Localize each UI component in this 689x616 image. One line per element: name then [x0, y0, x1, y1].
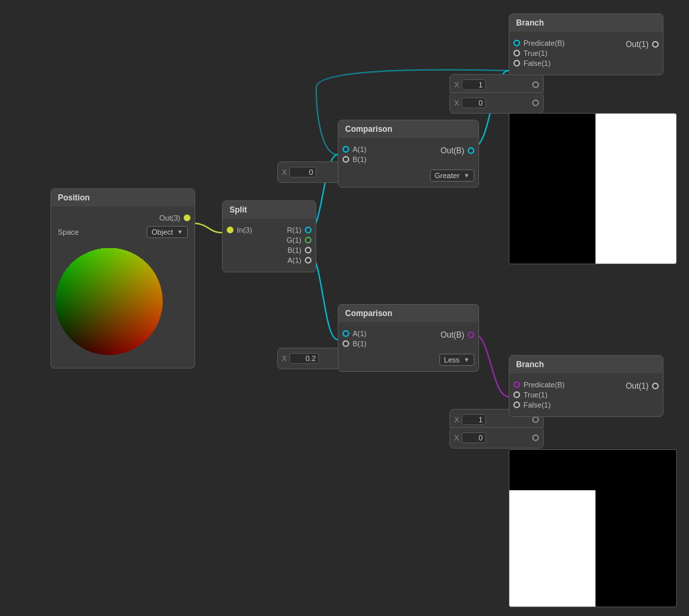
dropdown-arrow-icon: ▼ [177, 229, 183, 235]
comp-top-b-label: B(1) [353, 155, 367, 163]
comparison-bottom-mode-dropdown[interactable]: Less ▼ [439, 354, 474, 366]
comparison-bottom-title: Comparison [338, 305, 478, 322]
comparison-top-node: Comparison A(1) B(1) Out(B) Greater [338, 120, 479, 188]
branch-top-node: Branch Predicate(B) True(1) False(1) Out… [509, 13, 663, 75]
comp-bot-b-label: B(1) [353, 340, 367, 348]
comp-top-a-label: A(1) [353, 145, 367, 153]
comp-top-out-label: Out(B) [441, 146, 464, 155]
dropdown-arrow-icon: ▼ [464, 356, 470, 363]
branch-top-x2-input[interactable] [462, 98, 486, 108]
space-dropdown[interactable]: Object ▼ [147, 226, 188, 238]
branch-bot-pred-port[interactable] [513, 381, 520, 388]
split-a-label: A(1) [287, 256, 301, 264]
comparison-top-mode: Greater [435, 171, 460, 180]
branch-bot-out-label: Out(1) [626, 381, 649, 391]
branch-bottom-title: Branch [509, 356, 663, 373]
branch-bot-x2-node: X [449, 427, 544, 449]
x-top-label: X [282, 168, 287, 176]
position-node: Position Out(3) Space Object ▼ [50, 188, 195, 369]
position-out-label: Out(3) [159, 214, 180, 222]
comp-top-out-port[interactable] [468, 147, 474, 154]
branch-top-pred-label: Predicate(B) [523, 39, 565, 47]
x-top-input[interactable] [289, 167, 316, 178]
branch-bot-false-port[interactable] [513, 401, 520, 408]
dropdown-arrow-icon: ▼ [464, 172, 470, 179]
branch-bot-out-port[interactable] [652, 383, 659, 389]
comp-top-a-port[interactable] [342, 146, 349, 153]
branch-top-title: Branch [509, 14, 663, 32]
branch-top-x2-label: X [454, 99, 459, 107]
split-b-label: B(1) [287, 246, 301, 254]
split-in-label: In(3) [237, 226, 252, 234]
split-g-label: G(1) [287, 236, 301, 244]
branch-top-false-port[interactable] [513, 60, 520, 67]
preview-white-area [595, 114, 676, 264]
split-g-port[interactable] [305, 237, 312, 243]
branch-bot-pred-label: Predicate(B) [523, 381, 565, 389]
branch-bot-x2-out-port[interactable] [532, 434, 539, 441]
branch-top-x1-label: X [454, 81, 459, 89]
comparison-top-mode-dropdown[interactable]: Greater ▼ [430, 169, 474, 182]
comp-top-b-port[interactable] [342, 156, 349, 163]
space-label: Space [58, 228, 79, 236]
branch-top-true-port[interactable] [513, 50, 520, 56]
comp-bot-a-port[interactable] [342, 330, 349, 337]
branch-top-pred-port[interactable] [513, 40, 520, 46]
branch-top-x1-input[interactable] [462, 79, 486, 90]
branch-bot-x2-input[interactable] [462, 432, 486, 443]
branch-bottom-preview [509, 449, 677, 607]
branch-top-false-label: False(1) [523, 59, 550, 67]
branch-top-x2-out-port[interactable] [532, 100, 539, 106]
branch-bot-false-label: False(1) [523, 401, 550, 409]
branch-bot-x1-label: X [454, 416, 459, 424]
branch-bot-true-label: True(1) [523, 391, 548, 399]
split-in-port[interactable] [227, 227, 233, 233]
comp-bot-b-port[interactable] [342, 340, 349, 347]
branch-top-true-label: True(1) [523, 49, 548, 57]
color-wheel [55, 247, 163, 355]
comp-bot-out-port[interactable] [468, 332, 474, 338]
split-node-title: Split [223, 201, 316, 219]
branch-top-out-port[interactable] [652, 41, 659, 48]
split-r-port[interactable] [305, 227, 312, 233]
branch-bot-x1-input[interactable] [462, 414, 486, 425]
branch-top-x1-out-port[interactable] [532, 81, 539, 88]
branch-bot-true-port[interactable] [513, 391, 520, 398]
split-r-label: R(1) [287, 226, 301, 234]
position-out-port[interactable] [184, 215, 190, 221]
branch-top-x2-node: X [449, 92, 544, 114]
comp-bot-a-label: A(1) [353, 330, 367, 338]
x-mid-label: X [282, 354, 287, 362]
comparison-top-title: Comparison [338, 120, 478, 138]
comparison-bottom-node: Comparison A(1) B(1) Out(B) Less ▼ [338, 304, 479, 372]
split-a-port[interactable] [305, 257, 312, 264]
split-node: Split In(3) R(1) G(1) B(1) A(1) [222, 200, 316, 272]
branch-top-out-label: Out(1) [626, 40, 649, 49]
branch-bottom-node: Branch Predicate(B) True(1) False(1) Out… [509, 355, 663, 417]
branch-bot-x2-label: X [454, 434, 459, 442]
position-node-title: Position [51, 189, 194, 206]
branch-bot-x1-out-port[interactable] [532, 416, 539, 423]
comparison-bottom-mode: Less [444, 356, 460, 364]
space-value: Object [151, 228, 173, 236]
x-mid-input[interactable] [289, 353, 319, 364]
preview-white-area-bot [509, 490, 595, 607]
split-b-port[interactable] [305, 247, 312, 254]
branch-top-preview [509, 113, 677, 264]
comp-bot-out-label: Out(B) [441, 330, 464, 340]
